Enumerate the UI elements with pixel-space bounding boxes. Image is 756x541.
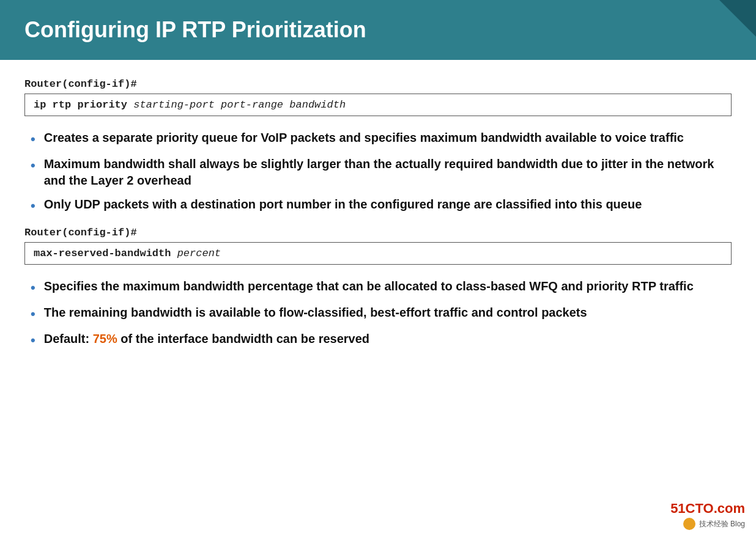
command-bold-1: ip rtp priority bbox=[34, 99, 127, 111]
bullet-text: Maximum bandwidth shall always be slight… bbox=[44, 156, 732, 189]
list-item: • Creates a separate priority queue for … bbox=[31, 130, 732, 149]
slide-header: Configuring IP RTP Prioritization bbox=[0, 0, 756, 60]
corner-decoration bbox=[719, 0, 756, 37]
bullet-dot: • bbox=[31, 130, 35, 149]
bullet-dot: • bbox=[31, 197, 35, 215]
list-item: • Maximum bandwidth shall always be slig… bbox=[31, 156, 732, 189]
prompt-label-2: Router(config-if)# bbox=[24, 227, 732, 238]
highlight-value: 75% bbox=[93, 332, 117, 345]
bullet-text: The remaining bandwidth is available to … bbox=[44, 304, 587, 321]
command-bold-2: max-reserved-bandwidth bbox=[34, 248, 171, 259]
watermark-logo-suffix: .com bbox=[714, 501, 745, 516]
command-italic-2: percent bbox=[171, 248, 221, 259]
command-box-2: max-reserved-bandwidth percent bbox=[24, 242, 732, 265]
list-item: • The remaining bandwidth is available t… bbox=[31, 304, 732, 323]
bullet-text: Default: 75% of the interface bandwidth … bbox=[44, 331, 369, 347]
bullet-dot: • bbox=[31, 305, 35, 323]
command-box-1: ip rtp priority starting-port port-range… bbox=[24, 94, 732, 116]
slide-title: Configuring IP RTP Prioritization bbox=[24, 17, 732, 43]
watermark-logo: 51CTO.com bbox=[670, 501, 745, 517]
bullet-list-1: • Creates a separate priority queue for … bbox=[24, 130, 732, 215]
bullet-dot: • bbox=[31, 331, 35, 350]
bullet-text: Creates a separate priority queue for Vo… bbox=[44, 130, 684, 146]
bullet-text: Specifies the maximum bandwidth percenta… bbox=[44, 278, 694, 295]
list-item: • Only UDP packets with a destination po… bbox=[31, 196, 732, 215]
watermark-sub: 技术经验 Blog bbox=[683, 518, 745, 530]
command-italic-1: starting-port port-range bandwidth bbox=[127, 99, 346, 111]
list-item: • Default: 75% of the interface bandwidt… bbox=[31, 331, 732, 350]
bullet-list-2: • Specifies the maximum bandwidth percen… bbox=[24, 278, 732, 349]
list-item: • Specifies the maximum bandwidth percen… bbox=[31, 278, 732, 297]
prompt-label-1: Router(config-if)# bbox=[24, 78, 732, 90]
watermark: 51CTO.com 技术经验 Blog bbox=[670, 501, 745, 530]
bullet-text: Only UDP packets with a destination port… bbox=[44, 196, 642, 213]
watermark-sub-text: 技术经验 Blog bbox=[699, 519, 745, 529]
slide-content: Router(config-if)# ip rtp priority start… bbox=[0, 60, 756, 374]
bullet-dot: • bbox=[31, 279, 35, 297]
watermark-logo-prefix: 51CTO bbox=[670, 501, 714, 516]
bullet-dot: • bbox=[31, 156, 35, 175]
watermark-icon bbox=[683, 518, 695, 530]
